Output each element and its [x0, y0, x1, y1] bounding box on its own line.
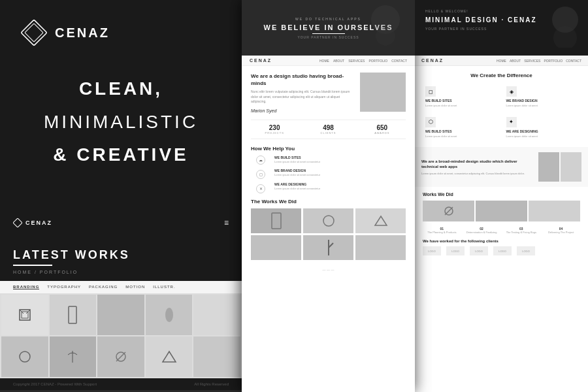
svg-point-8: [165, 308, 173, 322]
middle-content: We are a design studio having broad-mind…: [242, 66, 415, 281]
menu-icon[interactable]: ≡: [224, 218, 229, 227]
broad-minded-section: We are a broad-minded design studio whic…: [415, 147, 588, 187]
work-cell-2[interactable]: [303, 208, 353, 233]
work-cell-4[interactable]: [251, 235, 301, 260]
how-icon-2: ◻: [256, 170, 265, 179]
right-nav-home[interactable]: HOME: [497, 59, 506, 63]
service-3-title: WE BUILD SITES: [425, 129, 497, 133]
middle-hero: WE DO TECHNICAL APPS WE BELIEVE IN OURSE…: [242, 0, 415, 56]
brand-name: CENAZ: [55, 25, 110, 41]
right-work-cell-2[interactable]: [476, 201, 527, 221]
portfolio-grid: [0, 293, 242, 378]
service-4-desc: Lorem ipsum dolor sit amet: [506, 135, 578, 139]
right-nav-contact[interactable]: CONTACT: [566, 59, 581, 63]
broad-text: We are a broad-minded design studio whic…: [421, 159, 533, 176]
filter-typography[interactable]: TYPOGRAPHY: [47, 285, 81, 289]
broad-body: Lorem ipsum dolor sit amet, consectetur …: [421, 172, 533, 176]
portfolio-cell-4[interactable]: [146, 295, 193, 335]
step-4-label: Delivering The Project: [542, 231, 580, 234]
nav-about[interactable]: ABOUT: [333, 59, 344, 63]
filter-illustration[interactable]: ILLUSTR.: [153, 285, 175, 289]
right-works-grid: [423, 201, 580, 221]
portfolio-cell-6[interactable]: [1, 336, 48, 377]
right-works-title: Works We Did: [423, 192, 580, 197]
filter-motion[interactable]: MOTION: [125, 285, 145, 289]
how-item-2: WE BRAND DESIGN Lorem ipsum dolor sit am…: [274, 169, 406, 177]
portfolio-cell-1[interactable]: [1, 295, 48, 335]
right-work-cell-1[interactable]: [423, 201, 474, 221]
middle-nav-logo: CENAZ: [250, 58, 272, 63]
intro-section: We are a design studio having broad-mind…: [251, 73, 406, 113]
middle-nav: CENAZ HOME ABOUT SERVICES PORTFOLIO CONT…: [242, 56, 415, 66]
service-4-icon: ✦: [506, 117, 517, 127]
middle-footer: — — —: [251, 265, 406, 274]
middle-panel: WE DO TECHNICAL APPS WE BELIEVE IN OURSE…: [242, 0, 415, 392]
stats-row: 230 PROJECTS 498 CLIENTS 650 AWARDS: [251, 120, 406, 139]
right-nav-portfolio[interactable]: PORTFOLIO: [544, 59, 563, 63]
portfolio-cell-7[interactable]: [50, 336, 97, 377]
intro-signature: Marion Syed: [251, 108, 355, 113]
services-grid: ◻ WE BUILD SITES Lorem ipsum dolor sit a…: [423, 84, 580, 140]
svg-rect-14: [272, 213, 281, 229]
clients-logos: LOGO LOGO LOGO LOGO LOGO: [423, 246, 580, 255]
middle-footer-text: — — —: [323, 268, 335, 272]
left-footer: Copyright 2017 CENAZ - Powered With Supp…: [0, 378, 242, 390]
logo-area: CENAZ: [20, 18, 222, 47]
service-4: ✦ WE ARE DESIGNING Lorem ipsum dolor sit…: [504, 114, 581, 141]
portfolio-section: CENAZ ≡ LATEST WORKS HOME / PORTFOLIO BR…: [0, 209, 242, 392]
svg-point-13: [376, 26, 395, 46]
broad-img-2: [561, 152, 581, 182]
right-nav-services[interactable]: SERVICES: [524, 59, 540, 63]
step-3-label: The Testing & Fixing Bugs: [502, 231, 541, 234]
service-2-desc: Lorem ipsum dolor sit amet: [506, 104, 578, 108]
hero-bg-shape: [363, 3, 408, 49]
svg-rect-7: [69, 306, 76, 323]
filter-branding[interactable]: BRANDING: [13, 285, 39, 289]
intro-text: We are a design studio having broad-mind…: [251, 73, 355, 113]
portfolio-cell-8[interactable]: [97, 336, 144, 377]
portfolio-cell-2[interactable]: [50, 295, 97, 335]
right-nav-logo: CENAZ: [421, 58, 444, 63]
nav-services[interactable]: SERVICES: [348, 59, 365, 63]
service-3-desc: Lorem ipsum dolor sit amet: [425, 135, 497, 139]
nav-contact[interactable]: CONTACT: [391, 59, 407, 63]
service-1-icon: ◻: [425, 86, 436, 97]
stat-projects: 230 PROJECTS: [251, 124, 298, 135]
how-item-3: WE ARE DESIGNING Lorem ipsum dolor sit a…: [274, 182, 406, 191]
portfolio-filters: BRANDING TYPOGRAPHY PACKAGING MOTION ILL…: [0, 281, 242, 293]
process-step-3: 03 The Testing & Fixing Bugs: [502, 227, 541, 234]
svg-line-17: [329, 243, 333, 248]
right-create-title: We Create the Difference: [423, 73, 580, 78]
work-cell-6[interactable]: [355, 235, 406, 260]
service-4-title: WE ARE DESIGNING: [506, 129, 578, 133]
svg-point-9: [20, 351, 30, 362]
hero-pre-text: WE DO TECHNICAL APPS: [295, 17, 361, 21]
stat-clients: 498 CLIENTS: [304, 124, 351, 135]
intro-heading: We are a design studio having broad-mind…: [251, 73, 355, 87]
work-cell-1[interactable]: [251, 208, 301, 233]
portfolio-cell-5[interactable]: [193, 295, 240, 335]
works-grid: [251, 208, 406, 260]
work-cell-5[interactable]: [303, 235, 353, 260]
step-2-label: Determination & Finalizing: [463, 231, 501, 234]
right-work-cell-3[interactable]: [529, 201, 580, 221]
how-section: How We Help You ☁ ◻ ✕ WE BUILD SITES Lor…: [251, 146, 406, 193]
work-cell-3[interactable]: [355, 208, 406, 233]
filter-packaging[interactable]: PACKAGING: [89, 285, 118, 289]
portfolio-cell-10[interactable]: [193, 336, 240, 377]
intro-image: [360, 73, 406, 112]
right-nav-about[interactable]: ABOUT: [510, 59, 521, 63]
right-hero-shape: [540, 5, 583, 48]
portfolio-cell-3[interactable]: [97, 295, 144, 335]
service-3: ⬡ WE BUILD SITES Lorem ipsum dolor sit a…: [423, 114, 500, 141]
nav-portfolio[interactable]: PORTFOLIO: [368, 59, 387, 63]
client-logo-3: LOGO: [470, 246, 488, 255]
how-icons: ☁ ◻ ✕: [251, 155, 270, 193]
stat-clients-label: CLIENTS: [304, 131, 351, 135]
clients-section: We have worked for the following clients…: [423, 239, 580, 255]
nav-home[interactable]: HOME: [319, 59, 329, 63]
logo-diamond-icon: [20, 18, 48, 47]
portfolio-cell-9[interactable]: [146, 336, 193, 377]
how-title: How We Help You: [251, 146, 406, 152]
left-panel: CENAZ CLEAN, MINIMALISTIC & CREATIVE CEN…: [0, 0, 242, 392]
